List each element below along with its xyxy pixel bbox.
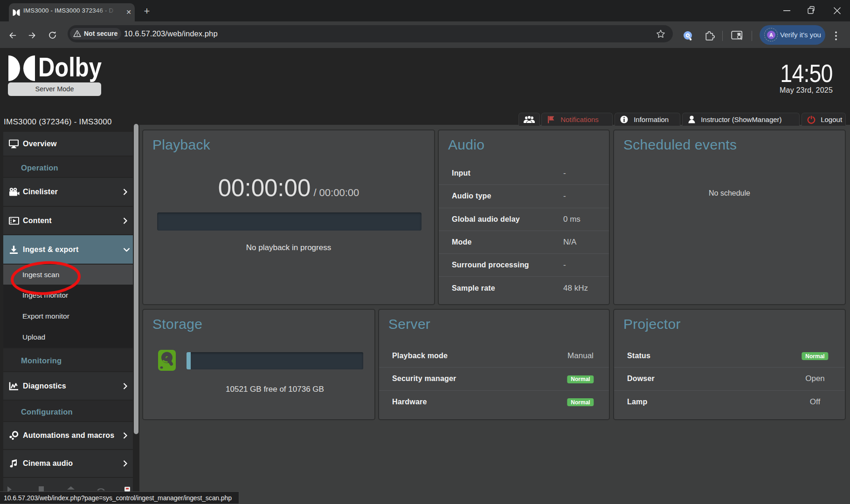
svg-text:Dolby: Dolby <box>38 55 102 82</box>
